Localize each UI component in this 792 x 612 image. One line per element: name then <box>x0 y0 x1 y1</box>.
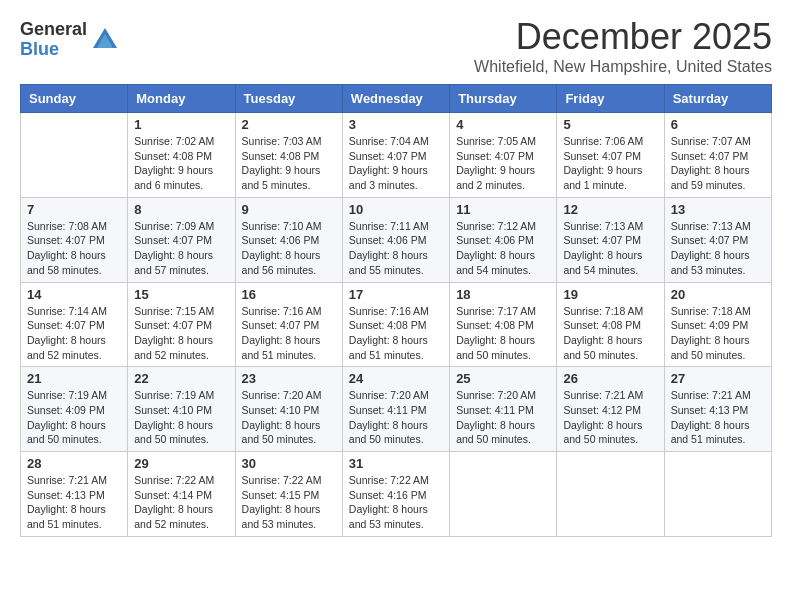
day-info: Sunrise: 7:14 AM Sunset: 4:07 PM Dayligh… <box>27 304 121 363</box>
day-number: 8 <box>134 202 228 217</box>
day-info: Sunrise: 7:17 AM Sunset: 4:08 PM Dayligh… <box>456 304 550 363</box>
day-info: Sunrise: 7:21 AM Sunset: 4:13 PM Dayligh… <box>27 473 121 532</box>
day-number: 28 <box>27 456 121 471</box>
day-info: Sunrise: 7:16 AM Sunset: 4:07 PM Dayligh… <box>242 304 336 363</box>
day-number: 30 <box>242 456 336 471</box>
weekday-header: Thursday <box>450 85 557 113</box>
day-info: Sunrise: 7:22 AM Sunset: 4:14 PM Dayligh… <box>134 473 228 532</box>
day-number: 4 <box>456 117 550 132</box>
day-info: Sunrise: 7:20 AM Sunset: 4:11 PM Dayligh… <box>349 388 443 447</box>
location-title: Whitefield, New Hampshire, United States <box>474 58 772 76</box>
day-number: 20 <box>671 287 765 302</box>
day-number: 19 <box>563 287 657 302</box>
day-number: 26 <box>563 371 657 386</box>
calendar-cell: 23Sunrise: 7:20 AM Sunset: 4:10 PM Dayli… <box>235 367 342 452</box>
logo-icon <box>91 26 119 54</box>
day-number: 29 <box>134 456 228 471</box>
day-number: 31 <box>349 456 443 471</box>
weekday-header: Monday <box>128 85 235 113</box>
day-number: 21 <box>27 371 121 386</box>
day-info: Sunrise: 7:21 AM Sunset: 4:13 PM Dayligh… <box>671 388 765 447</box>
calendar-cell: 28Sunrise: 7:21 AM Sunset: 4:13 PM Dayli… <box>21 452 128 537</box>
title-area: December 2025 Whitefield, New Hampshire,… <box>474 16 772 76</box>
calendar-cell: 2Sunrise: 7:03 AM Sunset: 4:08 PM Daylig… <box>235 113 342 198</box>
day-number: 2 <box>242 117 336 132</box>
calendar-cell: 13Sunrise: 7:13 AM Sunset: 4:07 PM Dayli… <box>664 197 771 282</box>
day-info: Sunrise: 7:18 AM Sunset: 4:08 PM Dayligh… <box>563 304 657 363</box>
logo-blue-text: Blue <box>20 40 87 60</box>
day-number: 9 <box>242 202 336 217</box>
weekday-header: Wednesday <box>342 85 449 113</box>
calendar-cell: 19Sunrise: 7:18 AM Sunset: 4:08 PM Dayli… <box>557 282 664 367</box>
calendar-cell: 11Sunrise: 7:12 AM Sunset: 4:06 PM Dayli… <box>450 197 557 282</box>
day-info: Sunrise: 7:13 AM Sunset: 4:07 PM Dayligh… <box>563 219 657 278</box>
calendar-cell: 31Sunrise: 7:22 AM Sunset: 4:16 PM Dayli… <box>342 452 449 537</box>
day-number: 14 <box>27 287 121 302</box>
day-info: Sunrise: 7:13 AM Sunset: 4:07 PM Dayligh… <box>671 219 765 278</box>
weekday-header: Friday <box>557 85 664 113</box>
month-title: December 2025 <box>474 16 772 58</box>
calendar-week-row: 7Sunrise: 7:08 AM Sunset: 4:07 PM Daylig… <box>21 197 772 282</box>
calendar-cell: 17Sunrise: 7:16 AM Sunset: 4:08 PM Dayli… <box>342 282 449 367</box>
day-info: Sunrise: 7:21 AM Sunset: 4:12 PM Dayligh… <box>563 388 657 447</box>
weekday-header: Tuesday <box>235 85 342 113</box>
header: General Blue December 2025 Whitefield, N… <box>20 16 772 76</box>
day-number: 1 <box>134 117 228 132</box>
calendar-cell <box>21 113 128 198</box>
calendar-cell <box>664 452 771 537</box>
calendar-cell: 18Sunrise: 7:17 AM Sunset: 4:08 PM Dayli… <box>450 282 557 367</box>
calendar-cell: 29Sunrise: 7:22 AM Sunset: 4:14 PM Dayli… <box>128 452 235 537</box>
calendar-cell: 14Sunrise: 7:14 AM Sunset: 4:07 PM Dayli… <box>21 282 128 367</box>
day-number: 11 <box>456 202 550 217</box>
day-number: 6 <box>671 117 765 132</box>
weekday-header: Saturday <box>664 85 771 113</box>
day-number: 3 <box>349 117 443 132</box>
day-info: Sunrise: 7:08 AM Sunset: 4:07 PM Dayligh… <box>27 219 121 278</box>
day-info: Sunrise: 7:07 AM Sunset: 4:07 PM Dayligh… <box>671 134 765 193</box>
day-number: 7 <box>27 202 121 217</box>
day-info: Sunrise: 7:11 AM Sunset: 4:06 PM Dayligh… <box>349 219 443 278</box>
calendar-cell: 5Sunrise: 7:06 AM Sunset: 4:07 PM Daylig… <box>557 113 664 198</box>
calendar-cell <box>450 452 557 537</box>
day-info: Sunrise: 7:05 AM Sunset: 4:07 PM Dayligh… <box>456 134 550 193</box>
day-number: 25 <box>456 371 550 386</box>
day-info: Sunrise: 7:04 AM Sunset: 4:07 PM Dayligh… <box>349 134 443 193</box>
logo: General Blue <box>20 20 119 60</box>
calendar-cell: 16Sunrise: 7:16 AM Sunset: 4:07 PM Dayli… <box>235 282 342 367</box>
day-info: Sunrise: 7:19 AM Sunset: 4:09 PM Dayligh… <box>27 388 121 447</box>
calendar-cell: 25Sunrise: 7:20 AM Sunset: 4:11 PM Dayli… <box>450 367 557 452</box>
calendar-cell: 26Sunrise: 7:21 AM Sunset: 4:12 PM Dayli… <box>557 367 664 452</box>
calendar-cell: 4Sunrise: 7:05 AM Sunset: 4:07 PM Daylig… <box>450 113 557 198</box>
calendar-cell: 22Sunrise: 7:19 AM Sunset: 4:10 PM Dayli… <box>128 367 235 452</box>
day-info: Sunrise: 7:18 AM Sunset: 4:09 PM Dayligh… <box>671 304 765 363</box>
calendar-table: SundayMondayTuesdayWednesdayThursdayFrid… <box>20 84 772 537</box>
day-info: Sunrise: 7:09 AM Sunset: 4:07 PM Dayligh… <box>134 219 228 278</box>
calendar-cell: 9Sunrise: 7:10 AM Sunset: 4:06 PM Daylig… <box>235 197 342 282</box>
day-number: 22 <box>134 371 228 386</box>
day-number: 23 <box>242 371 336 386</box>
calendar-cell: 3Sunrise: 7:04 AM Sunset: 4:07 PM Daylig… <box>342 113 449 198</box>
day-number: 24 <box>349 371 443 386</box>
day-number: 5 <box>563 117 657 132</box>
day-info: Sunrise: 7:12 AM Sunset: 4:06 PM Dayligh… <box>456 219 550 278</box>
calendar-week-row: 28Sunrise: 7:21 AM Sunset: 4:13 PM Dayli… <box>21 452 772 537</box>
day-info: Sunrise: 7:20 AM Sunset: 4:11 PM Dayligh… <box>456 388 550 447</box>
day-number: 10 <box>349 202 443 217</box>
day-number: 17 <box>349 287 443 302</box>
weekday-header: Sunday <box>21 85 128 113</box>
calendar-cell: 8Sunrise: 7:09 AM Sunset: 4:07 PM Daylig… <box>128 197 235 282</box>
day-info: Sunrise: 7:16 AM Sunset: 4:08 PM Dayligh… <box>349 304 443 363</box>
day-info: Sunrise: 7:22 AM Sunset: 4:15 PM Dayligh… <box>242 473 336 532</box>
calendar-cell: 27Sunrise: 7:21 AM Sunset: 4:13 PM Dayli… <box>664 367 771 452</box>
calendar-cell: 12Sunrise: 7:13 AM Sunset: 4:07 PM Dayli… <box>557 197 664 282</box>
calendar-cell: 30Sunrise: 7:22 AM Sunset: 4:15 PM Dayli… <box>235 452 342 537</box>
day-info: Sunrise: 7:02 AM Sunset: 4:08 PM Dayligh… <box>134 134 228 193</box>
day-number: 18 <box>456 287 550 302</box>
calendar-cell: 21Sunrise: 7:19 AM Sunset: 4:09 PM Dayli… <box>21 367 128 452</box>
day-number: 15 <box>134 287 228 302</box>
day-number: 16 <box>242 287 336 302</box>
day-number: 27 <box>671 371 765 386</box>
day-info: Sunrise: 7:19 AM Sunset: 4:10 PM Dayligh… <box>134 388 228 447</box>
calendar-cell: 15Sunrise: 7:15 AM Sunset: 4:07 PM Dayli… <box>128 282 235 367</box>
day-info: Sunrise: 7:20 AM Sunset: 4:10 PM Dayligh… <box>242 388 336 447</box>
